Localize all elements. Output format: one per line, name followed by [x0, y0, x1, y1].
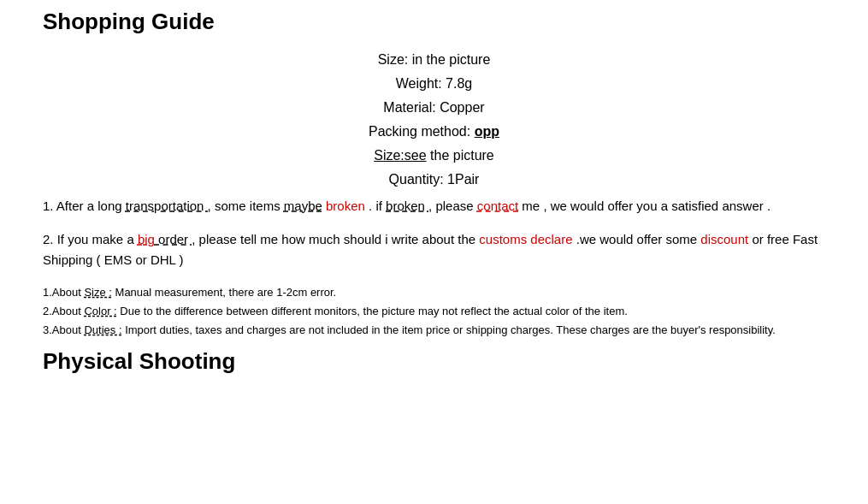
p2-declare: declare	[527, 232, 572, 246]
packing-line: Packing method: opp	[43, 124, 825, 139]
p2-before-big: 2. If you make a	[43, 232, 138, 246]
weight-line: Weight: 7.8g	[43, 76, 825, 92]
note2-prefix: 2.About	[43, 305, 84, 317]
p1-end: me , we would offer you a satisfied answ…	[518, 199, 771, 213]
p1-middle2: . if	[365, 199, 386, 213]
p1-middle1: some items	[211, 199, 284, 213]
size-see-text: Size:see	[374, 148, 426, 163]
note3-text: Import duties, taxes and charges are not…	[122, 323, 776, 336]
note-1: 1.About Size : Manual measurement, there…	[43, 283, 825, 302]
material-line: Material: Copper	[43, 100, 825, 116]
p1-transportation: transportation ,	[126, 199, 211, 213]
p2-middle: please tell me how much should i write a…	[195, 232, 479, 246]
p2-customs: customs	[479, 232, 527, 246]
p2-order: order ,	[155, 232, 196, 246]
packing-opp: opp	[475, 124, 499, 139]
note1-size: Size :	[84, 286, 112, 299]
note3-prefix: 3.About	[43, 323, 84, 336]
p2-big: big	[138, 232, 155, 246]
notes-section: 1.About Size : Manual measurement, there…	[43, 283, 825, 340]
note-2: 2.About Color : Due to the difference be…	[43, 302, 825, 321]
paragraph-2: 2. If you make a big order , please tell…	[43, 229, 825, 270]
p1-after: please	[432, 199, 477, 213]
p2-discount: discount	[700, 232, 748, 246]
physical-shooting-title: Physical Shooting	[43, 348, 825, 375]
page-title: Shopping Guide	[43, 9, 825, 35]
size-see-suffix: the picture	[427, 148, 494, 163]
note2-text: Due to the difference between different …	[117, 305, 628, 317]
p1-before-transport: 1. After a long	[43, 199, 126, 213]
size-line: Size: in the picture	[43, 52, 825, 68]
note1-prefix: 1.About	[43, 286, 84, 299]
packing-prefix: Packing method:	[369, 124, 475, 139]
note2-color: Color :	[84, 305, 116, 317]
p1-contact: contact	[477, 199, 518, 213]
quantity-line: Quantity: 1Pair	[43, 172, 825, 187]
p1-broken2: broken ,	[386, 199, 432, 213]
paragraph-1: 1. After a long transportation , some it…	[43, 196, 825, 216]
p1-maybe: maybe	[284, 199, 322, 213]
p1-broken1: broken	[322, 199, 365, 213]
p2-end: .we would offer some	[573, 232, 701, 246]
note1-text: Manual measurement, there are 1-2cm erro…	[112, 286, 336, 299]
size-see-line: Size:see the picture	[43, 148, 825, 163]
note-3: 3.About Duties : Import duties, taxes an…	[43, 321, 825, 340]
note3-duties: Duties :	[84, 323, 121, 336]
